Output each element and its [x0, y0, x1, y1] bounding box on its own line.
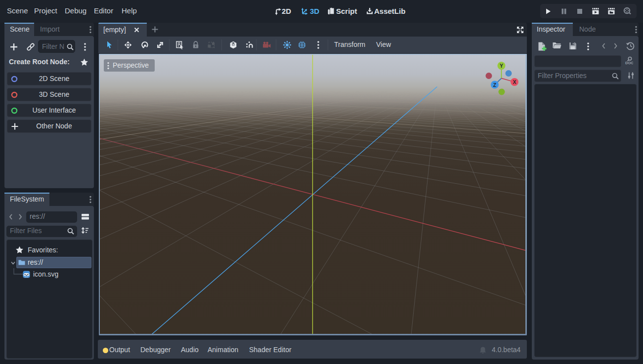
svg-text:Z: Z [493, 82, 497, 88]
svg-text:DOC: DOC [625, 61, 633, 65]
svg-text:X: X [513, 79, 516, 85]
svg-text:Y: Y [500, 63, 503, 69]
